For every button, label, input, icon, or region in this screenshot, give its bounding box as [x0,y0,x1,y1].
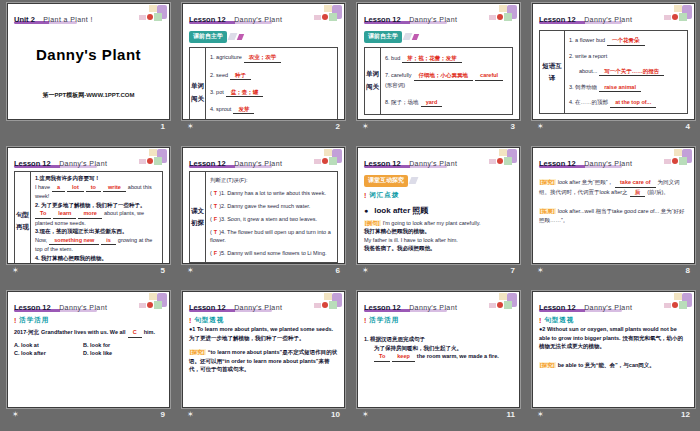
slide-7-thumbnail[interactable]: Lesson 12 Danny′s Plant 课堂互动探究 ! 词汇点拨 ●l… [357,147,520,264]
slide-12-thumbnail[interactable]: Lesson 12 Danny′s Plant ! 句型透视 ●2 Withou… [532,291,695,408]
slide-9-cell: Lesson 12 Danny′s Plant ! 活学活用 2017·河北Gr… [0,288,175,431]
quiz-question: 2017·河北Grandfather lives with us. We all… [14,328,163,338]
section-heading: ! 句型透视 [539,316,688,325]
header-unit: Unit 2 [14,15,35,24]
header-lesson: Lesson 12 [14,303,51,312]
transition-star-icon: ✶ [537,411,545,419]
slide-5-thumbnail[interactable]: Lesson 12 Danny′s Plant 句型再现 1.这周我有许多内容要… [7,147,170,264]
slide-number: 10 [331,410,340,419]
header-title: Danny′s Plant [234,160,282,167]
slide-header: Lesson 12 Danny′s Plant [539,152,688,164]
section-title: 句型透视 [194,316,224,325]
exclamation-icon: ! [364,192,366,199]
slide-header: Lesson 12 Danny′s Plant [539,8,688,20]
slide-2-thumbnail[interactable]: Lesson 12 Danny′s Plant 课前自主学 单词闯关 1. ag… [182,3,345,120]
transition-star-icon: ✶ [362,123,370,131]
header-title: Danny′s Plant [584,16,632,23]
slide-header: Lesson 12 Danny′s Plant [189,296,338,308]
sentence-line: I havealottowriteabout this week! [35,183,158,201]
garden-collage-icon [662,5,692,23]
header-title: Danny′s Plant [409,160,457,167]
badge-tail [403,33,413,40]
word-row: 8. 院子；场地yard [385,98,508,108]
badge-label: 课堂互动探究 [368,176,404,185]
stage-badge: 课堂互动探究 [364,175,408,187]
word-row: 7. carefully仔细地；小心翼翼地careful(形容词) [385,71,508,89]
slide-number: 9 [161,410,165,419]
header-lesson: Lesson 12 [189,159,226,168]
garden-collage-icon [312,293,342,311]
header-lesson: Lesson 12 [364,303,401,312]
slide-number: 8 [686,266,690,275]
sidebar-label: 课文初探 [190,172,206,262]
transition-star-icon: ✶ [187,123,195,131]
pattern-sentence: ●1 To learn more about plants, we plante… [189,325,338,334]
garden-collage-icon [487,293,517,311]
exclamation-icon: ! [539,317,541,324]
header-title: Danny′s Plant [59,304,107,311]
slide-5-cell: Lesson 12 Danny′s Plant 句型再现 1.这周我有许多内容要… [0,144,175,288]
slide-1-cell: Unit 2 Plant a Plant ! Danny's Plant 第一P… [0,0,175,144]
slide-3-cell: Lesson 12 Danny′s Plant 课前自主学 单词闯关 6. bu… [350,0,525,144]
content-box: 句型再现 1.这周我有许多内容要写！ I havealottowriteabou… [14,171,163,264]
slide-9-thumbnail[interactable]: Lesson 12 Danny′s Plant ! 活学活用 2017·河北Gr… [7,291,170,408]
badge-tail-accent [412,34,419,40]
garden-collage-icon [137,5,167,23]
slide-number: 5 [161,266,165,275]
slide-4-thumbnail[interactable]: Lesson 12 Danny′s Plant 短语互译 1. a flower… [532,3,695,120]
slide-2-cell: Lesson 12 Danny′s Plant 课前自主学 单词闯关 1. ag… [175,0,350,144]
garden-collage-icon [487,5,517,23]
sentence-line: 1.这周我有许多内容要写！ [35,174,158,183]
header-title: Plant a Plant ! [43,16,93,23]
section-heading: ! 词汇点拨 [364,191,513,200]
garden-collage-icon [662,149,692,167]
transition-star-icon: ✶ [187,411,195,419]
phrase-row: 2. write a report [569,52,683,61]
vocab-entry: ●look after 照顾 [364,205,513,216]
header-lesson: Lesson 12 [189,15,226,24]
header-title: Danny′s Plant [584,304,632,311]
garden-collage-icon [312,5,342,23]
slide-number: 4 [686,122,690,131]
slide-number: 11 [507,410,515,419]
header-lesson: Lesson 12 [539,159,576,168]
slide-8-thumbnail[interactable]: Lesson 12 Danny′s Plant [探究]look after 意… [532,147,695,264]
sentence-line: Now,something newisgrowing at the top of… [35,236,158,254]
badge-tail-accent [237,34,244,40]
content-box: 单词闯关 1. agriculture农业；农学 2. seed种子 3. po… [189,47,338,121]
section-title: 词汇点拨 [369,191,399,200]
slide-10-thumbnail[interactable]: Lesson 12 Danny′s Plant ! 句型透视 ●1 To lea… [182,291,345,408]
slide-header: Lesson 12 Danny′s Plant [189,8,338,20]
garden-collage-icon [312,149,342,167]
stage-badge: 课前自主学 [364,31,402,43]
header-title: Danny′s Plant [234,304,282,311]
slide-header: Lesson 12 Danny′s Plant [364,152,513,164]
slide-1-thumbnail[interactable]: Unit 2 Plant a Plant ! Danny's Plant 第一P… [7,3,170,120]
extension-paragraph: [拓展]look after...well 相当于take good care … [539,207,688,224]
tf-instruction: 判断正(T)误(F): [210,176,333,185]
header-lesson: Lesson 12 [364,15,401,24]
sentence-line: 3.现在，茎的顶端正长出某些新东西。 [35,227,158,236]
transition-star-icon: ✶ [537,267,545,275]
header-lesson: Lesson 12 [539,303,576,312]
phrase-row: about...写一个关于……的报告 [569,67,683,77]
word-row: 2. seed种子 [210,71,333,81]
exercise-instruction: 1. 根据汉语意思完成句子 [364,335,513,344]
exercise-translation: 为了保持房间暖和，我们生起了火。 [364,344,513,353]
slide-4-cell: Lesson 12 Danny′s Plant 短语互译 1. a flower… [525,0,700,144]
slide-6-thumbnail[interactable]: Lesson 12 Danny′s Plant 课文初探 判断正(T)误(F):… [182,147,345,264]
sidebar-label: 短语互译 [540,31,565,113]
slide-11-thumbnail[interactable]: Lesson 12 Danny′s Plant ! 活学活用 1. 根据汉语意思… [357,291,520,408]
word-row: 4. sprout发芽 [210,105,333,115]
slide-header: Lesson 12 Danny′s Plant [539,296,688,308]
section-heading: ! 活学活用 [14,316,163,325]
sidebar-label: 单词闯关 [190,48,206,121]
tf-item: (T)1. Danny has a lot to write about thi… [210,189,333,198]
tf-item: (F)3. Soon, it grew a stem and two leave… [210,215,333,224]
transition-star-icon: ✶ [12,267,20,275]
garden-collage-icon [137,149,167,167]
slide-3-thumbnail[interactable]: Lesson 12 Danny′s Plant 课前自主学 单词闯关 6. bu… [357,3,520,120]
slide-12-cell: Lesson 12 Danny′s Plant ! 句型透视 ●2 Withou… [525,288,700,431]
example-line: 我爸爸病了。我必须照顾他。 [364,244,513,253]
slide-number: 2 [336,122,340,131]
